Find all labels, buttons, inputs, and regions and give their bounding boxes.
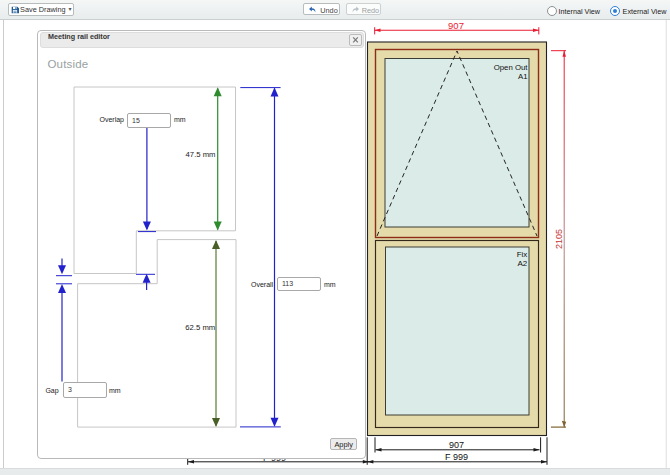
svg-text:47.5 mm: 47.5 mm [186,150,216,159]
svg-text:62.5 mm: 62.5 mm [185,323,215,332]
